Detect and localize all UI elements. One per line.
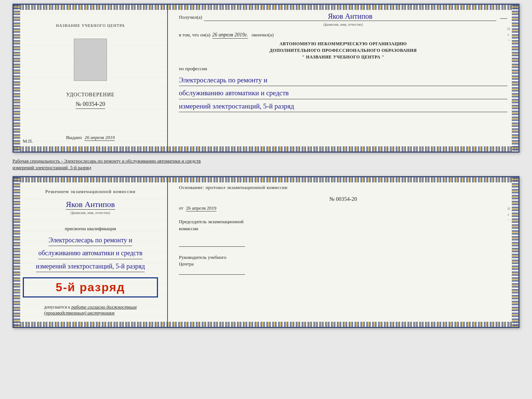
dopuskaetsya-text2: (производственным) инструкциям — [44, 310, 115, 316]
profession-line3-top: измерений электростанций, 5-й разряд — [179, 101, 507, 112]
prisvoena-label: присвоена квалификация — [65, 226, 116, 232]
photo-placeholder — [74, 39, 107, 81]
deco-a: а — [507, 32, 511, 36]
top-doc-left: НАЗВАНИЕ УЧЕБНОГО ЦЕНТРА УДОСТОВЕРЕНИЕ №… — [14, 5, 168, 152]
fio-subtitle-top: (фамилия, имя, отчество) — [179, 22, 507, 26]
right-deco-bottom: И а ← — [507, 207, 511, 222]
profession-line1-bottom: Электрослесарь по ремонту и — [48, 235, 132, 246]
border-left-bottom — [14, 177, 20, 327]
udostoverenie-title: УДОСТОВЕРЕНИЕ — [66, 92, 115, 98]
predsedatel-signature-line — [179, 239, 245, 247]
predsedatel-block: Председатель экзаменационной комиссии — [179, 218, 507, 246]
bottom-doc-right: Основание: протокол экзаменационной коми… — [168, 177, 518, 327]
org-line1: АВТОНОМНУЮ НЕКОММЕРЧЕСКУЮ ОРГАНИЗАЦИЮ — [179, 40, 507, 47]
poluchil-label: Получил(а) — [179, 14, 202, 20]
deco-i2: И — [507, 207, 511, 211]
predsedatel-label: Председатель экзаменационной комиссии — [179, 218, 507, 232]
dopuskaetsya-label: допускается к — [44, 304, 70, 310]
vtom-label: в том, что он(а) — [179, 32, 211, 38]
border-left — [14, 5, 20, 152]
right-deco-top: И а ← — [507, 27, 511, 42]
dopuskaetsya-text: работе согласно должностным — [71, 304, 137, 310]
resheniem-title: Решением экзаменационной комиссии — [45, 188, 136, 195]
deco-a2: а — [507, 212, 511, 216]
dash-deco — [500, 18, 507, 19]
vydano-line: Выдано 26 апреля 2019 — [66, 135, 115, 140]
profession-line2-top: обслуживанию автоматики и средств — [179, 88, 507, 99]
fio-subtitle-bottom: (фамилия, имя, отчество) — [71, 211, 110, 215]
border-right-bottom — [512, 177, 518, 327]
rukovoditel-signature-line — [179, 267, 245, 275]
rukovoditel-block: Руководитель учебного Центра — [179, 254, 507, 275]
razryad-box: 5-й разряд — [23, 277, 158, 298]
ot-date: 26 апреля 2019 — [186, 205, 216, 211]
deco-i: И — [507, 27, 511, 31]
between-text: Рабочая специальность - Электрослесарь п… — [12, 156, 520, 172]
border-right-top — [512, 5, 518, 152]
bottom-doc-left: Решением экзаменационной комиссии Яков А… — [14, 177, 168, 327]
deco-arrow: ← — [507, 38, 511, 42]
between-line2: измерений электростанций, 5-й разряд — [12, 164, 520, 171]
between-line1: Рабочая специальность - Электрослесарь п… — [12, 158, 520, 164]
vydano-date: 26 апреля 2019 — [85, 135, 115, 141]
rukovoditel-text1: Руководитель учебного — [179, 254, 226, 260]
profession-line3-bottom: измерений электростанций, 5-й разряд — [36, 261, 145, 272]
bottom-number: № 00354-20 — [179, 196, 507, 202]
udostoverenie-number: № 00354-20 — [76, 101, 105, 109]
org-name-left: НАЗВАНИЕ УЧЕБНОГО ЦЕНТРА — [56, 23, 125, 28]
recipient-name: Яков Антипов — [204, 12, 496, 21]
okonchil-label: окончил(а) — [252, 32, 274, 38]
predsedatel-text2: комиссии — [179, 226, 198, 231]
predsedatel-text1: Председатель экзаменационной — [179, 219, 244, 224]
deco-arrow2: ← — [507, 218, 511, 222]
poluchil-line: Получил(а) Яков Антипов — [179, 12, 507, 21]
profession-line1-top: Электрослесарь по ремонту и — [179, 75, 507, 86]
ot-line: от 26 апреля 2019 — [179, 205, 507, 211]
vtom-date: 26 апреля 2019г. — [212, 32, 248, 39]
vtom-line: в том, что он(а) 26 апреля 2019г. окончи… — [179, 32, 507, 39]
rukovoditel-text2: Центра — [179, 261, 194, 267]
bottom-document: Решением экзаменационной комиссии Яков А… — [12, 176, 520, 328]
ot-label: от — [179, 205, 183, 211]
dopuskaetsya-block: допускается к работе согласно должностны… — [44, 304, 137, 316]
org-line2: ДОПОЛНИТЕЛЬНОГО ПРОФЕССИОНАЛЬНОГО ОБРАЗО… — [179, 47, 507, 54]
vydano-label: Выдано — [66, 135, 82, 140]
profession-line2-bottom: обслуживанию автоматики и средств — [38, 247, 142, 259]
bottom-name: Яков Антипов — [66, 200, 115, 210]
org-line3: " НАЗВАНИЕ УЧЕБНОГО ЦЕНТРА " — [179, 54, 507, 60]
mp-label: М.П. — [23, 138, 33, 144]
top-doc-right: Получил(а) Яков Антипов (фамилия, имя, о… — [168, 5, 518, 152]
razryad-big: 5-й разряд — [29, 281, 151, 294]
org-full-block: АВТОНОМНУЮ НЕКОММЕРЧЕСКУЮ ОРГАНИЗАЦИЮ ДО… — [179, 40, 507, 60]
po-professii: по профессии — [179, 66, 507, 72]
osnovanie-label: Основание: протокол экзаменационной коми… — [179, 185, 507, 190]
top-document: НАЗВАНИЕ УЧЕБНОГО ЦЕНТРА УДОСТОВЕРЕНИЕ №… — [12, 4, 520, 153]
